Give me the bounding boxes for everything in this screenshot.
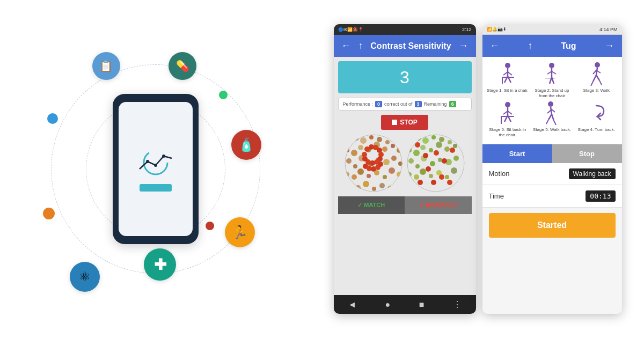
svg-line-121 [591, 82, 593, 86]
phone2-status-left: 📶🔔📷⬇ [487, 27, 507, 32]
svg-point-35 [397, 172, 402, 177]
svg-point-78 [430, 161, 435, 166]
nav-home-icon[interactable]: ● [385, 300, 391, 310]
svg-point-1 [146, 160, 149, 163]
treadmill-bubble: 🏃 [225, 217, 255, 247]
svg-line-118 [593, 70, 596, 74]
performance-remaining-label: Remaining [424, 101, 447, 107]
phone1-back-btn[interactable]: ← [341, 40, 351, 52]
svg-point-75 [408, 158, 414, 164]
start-tab[interactable]: Start [482, 144, 552, 163]
svg-point-76 [415, 164, 420, 168]
svg-point-17 [382, 146, 387, 152]
stage-1-item: Stage 1: Sit in a chair. [487, 62, 529, 99]
phone1-header: ← ↑ Contrast Sensitivity → [334, 35, 476, 57]
svg-point-115 [595, 62, 600, 68]
stop-icon [392, 120, 397, 125]
svg-point-96 [418, 180, 423, 185]
svg-point-79 [438, 158, 442, 162]
svg-line-133 [552, 109, 555, 112]
stage-5-item: Stage 5: Walk back. [531, 101, 573, 138]
svg-point-34 [389, 167, 395, 174]
pills-bubble: 💊 [169, 52, 196, 80]
stop-tab[interactable]: Stop [552, 144, 622, 163]
svg-point-53 [362, 152, 367, 157]
svg-point-36 [348, 183, 352, 187]
svg-point-31 [367, 174, 371, 178]
stage-3-icon [584, 62, 608, 86]
svg-point-88 [451, 167, 457, 174]
svg-point-67 [455, 136, 460, 141]
phone-screen [119, 102, 193, 236]
svg-point-71 [429, 148, 433, 152]
svg-point-123 [505, 102, 510, 107]
svg-point-73 [444, 146, 450, 152]
stage-4-icon [584, 101, 608, 125]
svg-point-85 [429, 174, 433, 178]
stage-2-item: Stage 2: Stand up from the chair [531, 62, 573, 99]
svg-point-94 [426, 166, 431, 172]
performance-correct-label: correct out of [384, 101, 413, 107]
number-display: 3 [338, 61, 472, 93]
illustration-section: 📋 💊 🧴 🏃 ✚ ⚛ [0, 0, 311, 338]
svg-point-14 [358, 145, 363, 150]
nav-recents-icon[interactable]: ■ [419, 300, 425, 310]
mismatch-button[interactable]: ✗ MISMATCH [405, 196, 472, 214]
phone2-body: Stage 1: Sit in a chair. [482, 57, 622, 314]
stop-button[interactable]: STOP [381, 115, 428, 130]
svg-point-72 [436, 142, 442, 148]
phone-illustration [113, 94, 199, 244]
svg-point-21 [353, 164, 357, 168]
svg-point-7 [360, 137, 367, 144]
performance-bar: Performance : 0 correct out of 3 Remaini… [338, 98, 472, 111]
svg-point-11 [393, 136, 398, 141]
svg-point-91 [434, 150, 439, 156]
svg-point-20 [346, 158, 352, 164]
svg-point-42 [396, 181, 401, 187]
phone2-back-btn[interactable]: ← [490, 40, 500, 52]
svg-point-9 [377, 137, 382, 142]
phone1-forward-btn[interactable]: → [458, 40, 468, 52]
svg-point-40 [379, 183, 385, 188]
phone1-title: Contrast Sensitivity [370, 41, 451, 51]
phone2-header: ← ↑ Tug → [482, 35, 622, 57]
started-button[interactable]: Started [489, 213, 616, 238]
phone2-up-btn[interactable]: ↑ [528, 40, 532, 52]
svg-line-138 [546, 120, 548, 124]
svg-point-13 [351, 150, 357, 156]
svg-point-63 [422, 137, 429, 144]
stage-2-icon [540, 62, 564, 86]
chart-svg [129, 146, 182, 179]
bottom-buttons: ✓ MATCH ✗ MISMATCH [338, 196, 472, 214]
phone2-status-bar: 📶🔔📷⬇ 4:14 PM [482, 24, 622, 35]
match-button[interactable]: ✓ MATCH [338, 196, 405, 214]
stage-3-item: Stage 3: Walk [575, 62, 618, 99]
start-stop-tabs: Start Stop [482, 144, 622, 163]
stage-2-label: Stage 2: Stand up from the chair [531, 88, 573, 99]
svg-point-83 [414, 174, 419, 180]
svg-point-70 [420, 145, 426, 150]
stage-1-label: Stage 1: Sit in a chair. [487, 88, 529, 93]
svg-point-93 [450, 148, 455, 153]
svg-point-87 [445, 175, 449, 179]
svg-point-84 [420, 168, 426, 175]
phone-screen-bar [140, 184, 172, 192]
stage-4-item: Stage 4: Turn back. [575, 101, 618, 138]
svg-point-30 [357, 168, 364, 175]
svg-point-29 [352, 174, 357, 180]
performance-correct: 0 [375, 101, 382, 107]
nav-back-icon[interactable]: ◄ [348, 300, 356, 310]
svg-point-69 [413, 150, 420, 156]
svg-line-135 [552, 114, 554, 121]
phone1-nav-bar: ◄ ● ■ ⋮ [334, 295, 476, 314]
tug-test-phone: 📶🔔📷⬇ 4:14 PM ← ↑ Tug → [482, 24, 622, 314]
phone1-up-btn[interactable]: ↑ [358, 40, 363, 52]
performance-label: Performance : [343, 101, 374, 107]
phone1-time: 2:12 [462, 27, 472, 32]
svg-point-61 [409, 139, 415, 145]
phone2-forward-btn[interactable]: → [605, 40, 614, 52]
svg-point-108 [549, 63, 554, 68]
svg-point-131 [548, 101, 553, 107]
nav-menu-icon[interactable]: ⋮ [453, 299, 462, 310]
svg-point-92 [442, 158, 447, 164]
